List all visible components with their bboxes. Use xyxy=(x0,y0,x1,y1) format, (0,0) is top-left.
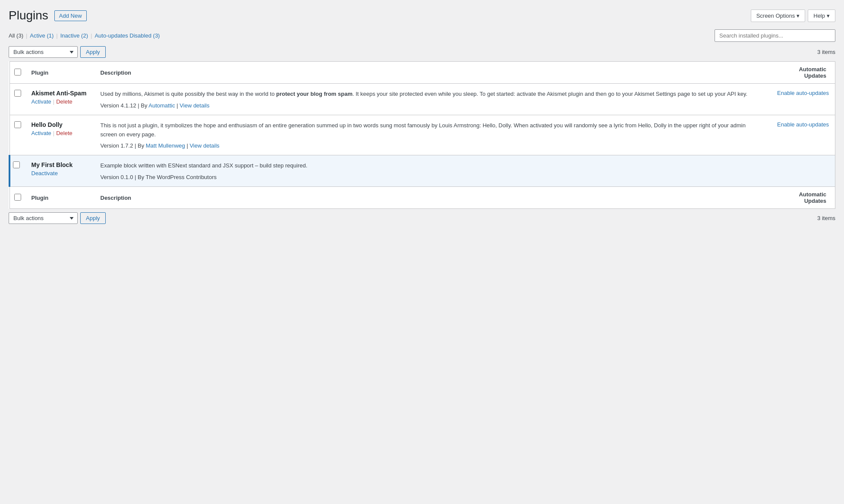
col-auto-updates-footer: Automatic Updates xyxy=(769,187,835,209)
action-sep-1: | xyxy=(53,130,54,136)
plugin-description-text-0: Used by millions, Akismet is quite possi… xyxy=(101,90,763,99)
bulk-bar-top: Bulk actions Apply 3 items xyxy=(9,46,835,58)
plugin-name-0: Akismet Anti-Spam xyxy=(31,90,88,97)
filter-active[interactable]: Active (1) xyxy=(30,32,54,39)
plugin-checkbox-2[interactable] xyxy=(13,161,20,168)
plugin-description-cell-2: Example block written with ESNext standa… xyxy=(94,155,769,187)
plugin-description-cell-0: Used by millions, Akismet is quite possi… xyxy=(94,84,769,115)
plugin-auto-updates-cell-2 xyxy=(769,155,835,187)
plugin-description-text-2: Example block written with ESNext standa… xyxy=(101,161,763,170)
row-checkbox-cell xyxy=(9,115,25,155)
plugin-auto-updates-cell-1: Enable auto-updates xyxy=(769,115,835,155)
activate-link-0[interactable]: Activate xyxy=(31,98,51,105)
table-header-row: Plugin Description Automatic Updates xyxy=(9,62,835,84)
plugin-actions-1: Activate | Delete xyxy=(31,130,88,136)
filter-links: All (3) | Active (1) | Inactive (2) | Au… xyxy=(9,32,160,39)
filter-sep-1: | xyxy=(26,32,27,39)
action-sep-0: | xyxy=(53,98,54,105)
table-footer-row: Plugin Description Automatic Updates xyxy=(9,187,835,209)
filter-all[interactable]: All (3) xyxy=(9,32,23,39)
bulk-actions-select-top[interactable]: Bulk actions xyxy=(9,46,78,58)
bulk-bar-bottom: Bulk actions Apply 3 items xyxy=(9,212,835,224)
deactivate-link-2[interactable]: Deactivate xyxy=(31,170,58,176)
plugin-version-2: Version 0.1.0 | By The WordPress Contrib… xyxy=(101,174,763,180)
plugin-version-0: Version 4.1.12 | By Automattic | View de… xyxy=(101,102,763,109)
page-title: Plugins xyxy=(9,9,48,22)
plugin-name-1: Hello Dolly xyxy=(31,121,88,128)
plugin-actions-0: Activate | Delete xyxy=(31,98,88,105)
col-auto-updates-header: Automatic Updates xyxy=(769,62,835,84)
col-description-footer: Description xyxy=(94,187,769,209)
add-new-button[interactable]: Add New xyxy=(54,10,87,21)
plugin-author-link-1[interactable]: Matt Mullenweg xyxy=(146,142,185,149)
plugins-table: Plugin Description Automatic Updates Aki… xyxy=(9,61,835,209)
help-label: Help xyxy=(813,13,825,19)
table-row: My First BlockDeactivateExample block wr… xyxy=(9,155,835,187)
filter-sep-2: | xyxy=(56,32,57,39)
plugin-view-details-link-1[interactable]: View details xyxy=(189,142,219,149)
filter-auto-updates-disabled[interactable]: Auto-updates Disabled (3) xyxy=(94,32,160,39)
search-input[interactable] xyxy=(715,29,835,42)
plugin-checkbox-1[interactable] xyxy=(14,121,21,128)
plugin-name-cell: Akismet Anti-SpamActivate | Delete xyxy=(25,84,94,115)
enable-auto-updates-link-1[interactable]: Enable auto-updates xyxy=(777,121,829,128)
col-plugin-footer: Plugin xyxy=(25,187,94,209)
plugin-view-details-link-0[interactable]: View details xyxy=(180,102,209,109)
help-button[interactable]: Help ▾ xyxy=(808,9,835,22)
help-chevron-icon: ▾ xyxy=(827,13,830,19)
plugin-name-cell: My First BlockDeactivate xyxy=(25,155,94,187)
screen-options-label: Screen Options xyxy=(756,13,795,19)
table-row: Akismet Anti-SpamActivate | DeleteUsed b… xyxy=(9,84,835,115)
plugin-name-cell: Hello DollyActivate | Delete xyxy=(25,115,94,155)
col-description-header: Description xyxy=(94,62,769,84)
filter-sep-3: | xyxy=(91,32,92,39)
plugin-name-2: My First Block xyxy=(31,161,88,168)
screen-options-chevron-icon: ▾ xyxy=(797,13,800,19)
filter-inactive[interactable]: Inactive (2) xyxy=(60,32,88,39)
table-row: Hello DollyActivate | DeleteThis is not … xyxy=(9,115,835,155)
plugin-auto-updates-cell-0: Enable auto-updates xyxy=(769,84,835,115)
col-plugin-header: Plugin xyxy=(25,62,94,84)
items-count-bottom: 3 items xyxy=(817,215,835,221)
screen-options-button[interactable]: Screen Options ▾ xyxy=(751,9,806,22)
select-all-footer-checkbox[interactable] xyxy=(14,194,21,201)
plugin-description-cell-1: This is not just a plugin, it symbolizes… xyxy=(94,115,769,155)
plugin-actions-2: Deactivate xyxy=(31,170,88,176)
apply-button-bottom[interactable]: Apply xyxy=(80,212,106,224)
select-all-checkbox[interactable] xyxy=(14,69,21,76)
plugin-description-text-1: This is not just a plugin, it symbolizes… xyxy=(101,121,763,139)
activate-link-1[interactable]: Activate xyxy=(31,130,51,136)
apply-button-top[interactable]: Apply xyxy=(80,46,106,58)
plugin-checkbox-0[interactable] xyxy=(14,90,21,97)
select-all-footer[interactable] xyxy=(9,187,25,209)
items-count-top: 3 items xyxy=(817,49,835,55)
delete-link-1[interactable]: Delete xyxy=(56,130,72,136)
bulk-actions-select-bottom[interactable]: Bulk actions xyxy=(9,212,78,224)
plugin-author-link-0[interactable]: Automattic xyxy=(148,102,175,109)
select-all-header[interactable] xyxy=(9,62,25,84)
delete-link-0[interactable]: Delete xyxy=(56,98,72,105)
plugin-version-1: Version 1.7.2 | By Matt Mullenweg | View… xyxy=(101,142,763,149)
enable-auto-updates-link-0[interactable]: Enable auto-updates xyxy=(777,90,829,96)
row-checkbox-cell xyxy=(9,84,25,115)
row-checkbox-cell xyxy=(9,155,25,187)
